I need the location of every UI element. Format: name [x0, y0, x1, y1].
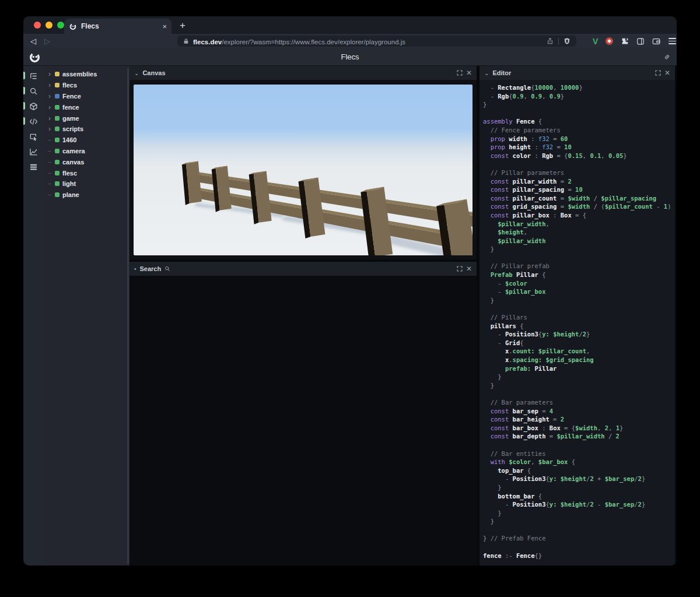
close-window-button[interactable]: [34, 22, 41, 29]
fence-render: [134, 85, 473, 255]
url-bar[interactable]: flecs.dev/explorer/?wasm=https://www.fle…: [177, 36, 576, 47]
entity-color-square: [55, 94, 60, 99]
entity-tree-icon[interactable]: [23, 68, 44, 83]
expand-chevron-icon[interactable]: ›: [47, 104, 52, 111]
canvas-panel-header[interactable]: ⌄ Canvas ✕: [130, 66, 477, 80]
code-line: x.spacing: $grid_spacing: [483, 356, 675, 364]
close-panel-icon[interactable]: ✕: [664, 69, 670, 76]
search-panel-body[interactable]: [130, 276, 477, 566]
code-editor[interactable]: - Rectangle{10000, 10000} - Rgb{0.9, 0.9…: [480, 80, 675, 560]
script-code-icon[interactable]: [23, 114, 44, 129]
code-line: }: [483, 296, 675, 305]
queries-list-icon[interactable]: [23, 159, 44, 174]
menu-icon[interactable]: [668, 38, 676, 44]
tree-item-plane[interactable]: –plane: [44, 189, 130, 201]
collapse-chevron-icon[interactable]: ⌄: [484, 70, 489, 76]
entity-color-square: [55, 83, 60, 87]
code-line: pillars {: [483, 322, 675, 331]
tree-item-Fence[interactable]: ›Fence: [44, 91, 130, 102]
code-line: [483, 526, 675, 535]
code-line: bottom_bar {: [483, 492, 675, 501]
collapse-chevron-icon[interactable]: ⌄: [134, 70, 139, 76]
code-line: [483, 160, 675, 168]
window-controls[interactable]: [34, 22, 64, 29]
expand-chevron-icon[interactable]: ›: [47, 82, 52, 89]
extension-icons: V: [593, 37, 676, 46]
leaf-dash-icon: –: [47, 170, 52, 176]
vue-devtools-icon[interactable]: V: [593, 37, 598, 46]
code-line: const bar_depth = $pillar_width / 2: [483, 432, 675, 441]
forward-icon[interactable]: ▷: [44, 37, 50, 45]
statistics-chart-icon[interactable]: [23, 144, 44, 159]
code-line: $height,: [483, 228, 675, 237]
search-panel-header[interactable]: • Search ✕: [130, 262, 477, 276]
close-panel-icon[interactable]: ✕: [466, 69, 472, 76]
code-line: } // Prefab Fence: [483, 534, 675, 543]
tree-item-label: Fence: [62, 93, 81, 100]
expand-chevron-icon[interactable]: ›: [47, 125, 52, 132]
leaf-dash-icon: –: [47, 137, 52, 143]
browser-tab[interactable]: Flecs ×: [64, 19, 172, 34]
tree-item-assemblies[interactable]: ›assemblies: [44, 69, 130, 80]
side-panel-icon[interactable]: [636, 37, 645, 45]
entity-color-square: [55, 116, 60, 121]
minimize-window-button[interactable]: [46, 22, 52, 29]
inspect-icon[interactable]: [23, 129, 44, 144]
code-line: prefab: Pillar: [483, 364, 675, 373]
code-line: }: [483, 517, 675, 526]
expand-icon[interactable]: [457, 266, 463, 272]
entity-color-square: [55, 149, 60, 153]
share-link-icon[interactable]: [663, 53, 671, 61]
search-glyph-icon: [164, 266, 170, 272]
tree-item-flesc[interactable]: –flesc: [44, 167, 130, 178]
code-line: const color : Rgb = {0.15, 0.1, 0.05}: [483, 152, 675, 160]
expand-chevron-icon[interactable]: ›: [47, 93, 52, 100]
share-icon[interactable]: [547, 37, 554, 45]
code-line: [483, 304, 675, 313]
tree-item-label: game: [62, 115, 79, 122]
wallet-icon[interactable]: [652, 37, 661, 45]
code-line: }: [483, 100, 675, 109]
expand-icon[interactable]: [457, 70, 463, 76]
tree-item-game[interactable]: ›game: [44, 113, 130, 124]
expand-chevron-icon[interactable]: ›: [47, 71, 52, 78]
collapsed-dot-icon[interactable]: •: [134, 266, 136, 272]
tab-close-icon[interactable]: ×: [162, 23, 167, 30]
tree-item-scripts[interactable]: ›scripts: [44, 124, 130, 135]
zoom-window-button[interactable]: [57, 22, 64, 29]
code-line: - $color: [483, 279, 675, 288]
editor-panel-title: Editor: [492, 69, 511, 76]
tree-item-canvas[interactable]: –canvas: [44, 156, 130, 167]
brave-shield-icon[interactable]: [564, 37, 570, 45]
puzzle-extensions-icon[interactable]: [621, 37, 629, 45]
tree-item-flecs[interactable]: ›flecs: [44, 80, 130, 91]
code-line: }: [483, 381, 675, 390]
code-line: $pillar_width,: [483, 220, 675, 229]
tree-item-label: flesc: [62, 170, 77, 177]
3d-viewport[interactable]: [134, 85, 473, 255]
search-icon[interactable]: [23, 83, 44, 99]
close-panel-icon[interactable]: ✕: [466, 265, 472, 272]
back-icon[interactable]: ◁: [30, 37, 36, 45]
code-line: [483, 441, 675, 449]
entity-color-square: [55, 192, 60, 197]
tree-item-camera[interactable]: –camera: [44, 146, 130, 157]
editor-panel-header[interactable]: ⌄ Editor ✕: [480, 66, 675, 80]
code-line: prop height : f32 = 10: [483, 143, 675, 152]
tree-item-light[interactable]: –light: [44, 178, 130, 189]
expand-icon[interactable]: [655, 70, 661, 76]
code-line: // Bar entities: [483, 449, 675, 458]
expand-chevron-icon[interactable]: ›: [47, 115, 52, 122]
entities-cube-icon[interactable]: [23, 99, 44, 114]
tree-item-1460[interactable]: –1460: [44, 135, 130, 146]
new-tab-button[interactable]: +: [180, 20, 186, 31]
code-line: // Bar parameters: [483, 398, 675, 407]
editor-panel-body[interactable]: - Rectangle{10000, 10000} - Rgb{0.9, 0.9…: [480, 80, 675, 566]
code-line: [483, 389, 675, 398]
code-line: }: [483, 373, 675, 381]
red-badge-icon[interactable]: [606, 37, 613, 45]
code-line: Prefab Pillar {: [483, 271, 675, 279]
tree-item-label: assemblies: [62, 71, 97, 78]
code-line: // Pillar parameters: [483, 168, 675, 177]
tree-item-fence[interactable]: ›fence: [44, 101, 130, 113]
